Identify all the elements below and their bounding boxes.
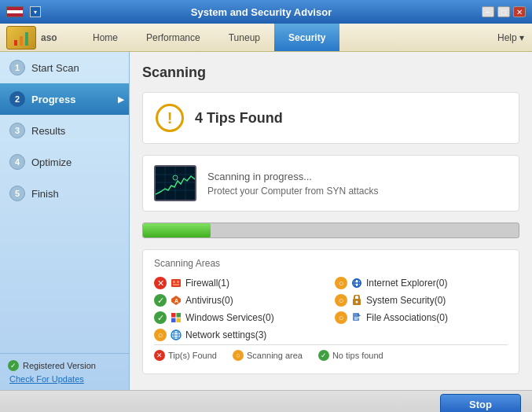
nav-tabs: Home Performance Tuneup Security bbox=[79, 24, 490, 51]
file-associations-label: File Associations(0) bbox=[366, 312, 448, 323]
scan-text-area: Scanning in progress... Protect your Com… bbox=[207, 171, 508, 197]
svg-rect-22 bbox=[171, 313, 176, 318]
network-icon bbox=[170, 329, 182, 341]
registered-label: Registered Version bbox=[23, 361, 96, 370]
scan-items-grid: ✕ Firewall(1) ○ bbox=[154, 277, 508, 341]
scan-progress-box: Scanning in progress... Protect your Com… bbox=[142, 155, 519, 212]
firewall-icon bbox=[170, 277, 182, 289]
scan-detail-text: Protect your Computer from SYN attacks bbox=[207, 186, 508, 197]
window-controls: − □ ✕ bbox=[482, 6, 526, 17]
svg-point-21 bbox=[356, 301, 358, 303]
scan-status-text: Scanning in progress... bbox=[207, 171, 508, 182]
legend-no-tips: ✓ No tips found bbox=[318, 350, 383, 361]
svg-rect-1 bbox=[20, 36, 23, 46]
scan-item-antivirus: ✓ A Antivirus(0) bbox=[154, 294, 327, 307]
sidebar-item-label: Optimize bbox=[31, 156, 72, 168]
sidebar-item-optimize[interactable]: 4 Optimize bbox=[0, 146, 129, 178]
scanning-areas-title: Scanning Areas bbox=[154, 258, 508, 269]
sidebar: 1 Start Scan 2 Progress 3 Results 4 Opti… bbox=[0, 52, 130, 390]
legend-tips-found: ✕ Tip(s) Found bbox=[154, 350, 217, 361]
legend: ✕ Tip(s) Found ○ Scanning area ✓ No tips… bbox=[154, 344, 508, 366]
tab-security[interactable]: Security bbox=[274, 24, 339, 51]
title-bar: ▾ System and Security Advisor − □ ✕ bbox=[0, 0, 532, 24]
scan-item-file-associations: ○ File Associations(0) bbox=[335, 311, 508, 324]
logo-text: aso bbox=[41, 32, 57, 43]
step-5-circle: 5 bbox=[9, 186, 25, 201]
error-icon: ✕ bbox=[154, 277, 167, 289]
tab-performance[interactable]: Performance bbox=[132, 24, 215, 51]
tab-home[interactable]: Home bbox=[79, 24, 132, 51]
svg-rect-12 bbox=[173, 281, 175, 283]
legend-no-tips-label: No tips found bbox=[332, 351, 383, 360]
legend-tips-label: Tip(s) Found bbox=[168, 351, 217, 360]
progress-bar-container bbox=[142, 223, 519, 238]
scan-item-firewall: ✕ Firewall(1) bbox=[154, 277, 327, 289]
scan-animation-icon bbox=[154, 165, 196, 201]
sidebar-item-finish[interactable]: 5 Finish bbox=[0, 178, 129, 209]
warning-icon: ! bbox=[156, 104, 184, 132]
tips-found-box: ! 4 Tips Found bbox=[142, 92, 519, 144]
svg-rect-24 bbox=[171, 318, 176, 323]
scan-item-ie: ○ Internet Explorer(0) bbox=[335, 277, 508, 289]
content-area: Scanning ! 4 Tips Found bbox=[130, 52, 532, 390]
antivirus-label: Antivirus(0) bbox=[185, 295, 233, 306]
sidebar-item-label: Progress bbox=[31, 94, 75, 105]
legend-scanning: ○ Scanning area bbox=[233, 350, 303, 361]
check-updates-link[interactable]: Check For Updates bbox=[8, 374, 121, 384]
sidebar-item-label: Finish bbox=[31, 188, 59, 200]
registered-icon: ✓ bbox=[8, 360, 19, 371]
svg-text:A: A bbox=[174, 298, 178, 303]
tips-found-text: 4 Tips Found bbox=[195, 110, 283, 127]
scan-item-system-security: ○ System Security(0) bbox=[335, 294, 508, 307]
page-title: Scanning bbox=[142, 64, 519, 81]
logo-icon bbox=[6, 26, 36, 50]
app-logo: aso bbox=[0, 24, 79, 51]
scanning-icon: ○ bbox=[335, 277, 347, 289]
sidebar-item-results[interactable]: 3 Results bbox=[0, 115, 129, 146]
network-settings-label: Network settings(3) bbox=[185, 329, 266, 340]
scanning-icon2: ○ bbox=[335, 294, 347, 307]
system-security-label: System Security(0) bbox=[366, 295, 446, 306]
lang-dropdown[interactable]: ▾ bbox=[30, 6, 41, 17]
step-4-circle: 4 bbox=[9, 154, 25, 170]
svg-rect-23 bbox=[177, 313, 182, 318]
scan-item-network: ○ Network settings(3) bbox=[154, 329, 327, 341]
sidebar-item-progress[interactable]: 2 Progress bbox=[0, 83, 129, 115]
system-security-icon bbox=[350, 294, 363, 307]
main-layout: 1 Start Scan 2 Progress 3 Results 4 Opti… bbox=[0, 52, 532, 390]
tab-tuneup[interactable]: Tuneup bbox=[215, 24, 274, 51]
registered-version-badge: ✓ Registered Version bbox=[8, 360, 121, 371]
close-button[interactable]: ✕ bbox=[513, 6, 526, 17]
nav-bar: aso Home Performance Tuneup Security Hel… bbox=[0, 24, 532, 52]
minimize-button[interactable]: − bbox=[482, 6, 494, 17]
sidebar-item-label: Start Scan bbox=[31, 62, 79, 74]
svg-rect-11 bbox=[171, 279, 181, 287]
svg-rect-0 bbox=[14, 40, 17, 46]
ok-icon: ✓ bbox=[154, 294, 167, 307]
flag-icon bbox=[6, 6, 24, 17]
ok-icon2: ✓ bbox=[154, 311, 167, 324]
scanning-areas-panel: Scanning Areas ✕ Firewall(1) bbox=[142, 249, 519, 374]
legend-scanning-icon: ○ bbox=[233, 350, 244, 361]
window-title: System and Security Advisor bbox=[41, 6, 482, 18]
svg-rect-2 bbox=[25, 32, 28, 46]
svg-rect-25 bbox=[177, 318, 182, 323]
legend-ok-icon: ✓ bbox=[318, 350, 329, 361]
scan-item-windows-services: ✓ Windows Services(0) bbox=[154, 311, 327, 324]
scanning-icon3: ○ bbox=[335, 311, 347, 324]
help-menu[interactable]: Help ▾ bbox=[490, 24, 532, 51]
file-assoc-icon bbox=[350, 311, 363, 324]
sidebar-item-start-scan[interactable]: 1 Start Scan bbox=[0, 52, 129, 83]
ie-icon bbox=[350, 277, 363, 289]
sidebar-item-label: Results bbox=[31, 125, 65, 137]
step-3-circle: 3 bbox=[9, 123, 25, 138]
stop-button[interactable]: Stop bbox=[440, 394, 521, 412]
svg-rect-13 bbox=[177, 281, 179, 283]
windows-services-label: Windows Services(0) bbox=[185, 312, 274, 323]
progress-bar-fill bbox=[143, 223, 211, 237]
maximize-button[interactable]: □ bbox=[497, 6, 510, 17]
step-1-circle: 1 bbox=[9, 60, 25, 75]
windows-services-icon bbox=[170, 311, 182, 324]
svg-marker-27 bbox=[358, 313, 361, 316]
scanning-icon4: ○ bbox=[154, 329, 167, 341]
